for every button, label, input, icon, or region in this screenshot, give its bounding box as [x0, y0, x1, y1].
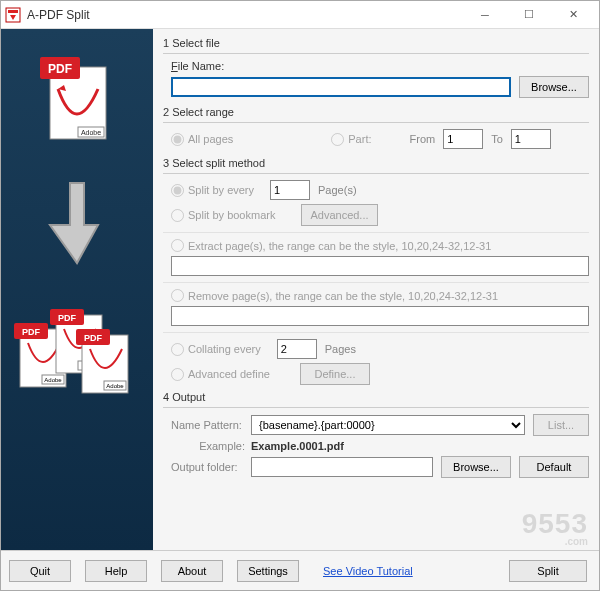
arrow-down-icon [42, 179, 112, 269]
svg-text:Adobe: Adobe [81, 129, 101, 136]
default-button[interactable]: Default [519, 456, 589, 478]
section-2-title: 2 Select range [163, 106, 589, 118]
svg-text:PDF: PDF [22, 327, 41, 337]
file-name-label: File Name: [171, 60, 224, 72]
remove-range-input[interactable] [171, 306, 589, 326]
help-button[interactable]: Help [85, 560, 147, 582]
collating-suffix-label: Pages [325, 343, 356, 355]
collating-radio[interactable]: Collating every [171, 343, 261, 356]
svg-text:Adobe: Adobe [106, 383, 124, 389]
settings-button[interactable]: Settings [237, 560, 299, 582]
pdf-multi-icon: PDFAdobe PDFAd PDFAdobe [12, 299, 142, 419]
about-button[interactable]: About [161, 560, 223, 582]
tutorial-link[interactable]: See Video Tutorial [323, 565, 413, 577]
list-button[interactable]: List... [533, 414, 589, 436]
footer-bar: Quit Help About Settings See Video Tutor… [1, 550, 599, 590]
output-folder-label: Output folder: [171, 461, 251, 473]
to-input[interactable] [511, 129, 551, 149]
from-label: From [410, 133, 436, 145]
svg-text:PDF: PDF [48, 62, 72, 76]
advanced-define-radio[interactable]: Advanced define [171, 368, 270, 381]
window-title: A-PDF Split [27, 8, 463, 22]
main-panel: 1 Select file File Name: Browse... 2 Sel… [153, 29, 599, 550]
titlebar: A-PDF Split ─ ☐ ✕ [1, 1, 599, 29]
minimize-button[interactable]: ─ [463, 1, 507, 29]
svg-rect-1 [8, 10, 18, 13]
to-label: To [491, 133, 503, 145]
extract-range-input[interactable] [171, 256, 589, 276]
part-radio[interactable]: Part: [331, 133, 371, 146]
extract-radio[interactable]: Extract page(s), the range can be the st… [171, 239, 491, 252]
section-1-title: 1 Select file [163, 37, 589, 49]
browse-output-button[interactable]: Browse... [441, 456, 511, 478]
close-button[interactable]: ✕ [551, 1, 595, 29]
bookmark-advanced-button[interactable]: Advanced... [301, 204, 377, 226]
remove-radio[interactable]: Remove page(s), the range can be the sty… [171, 289, 498, 302]
pages-suffix-label: Page(s) [318, 184, 357, 196]
svg-text:PDF: PDF [84, 333, 103, 343]
split-bookmark-radio[interactable]: Split by bookmark [171, 209, 275, 222]
split-every-input[interactable] [270, 180, 310, 200]
pdf-single-icon: PDF Adobe [32, 49, 122, 149]
sidebar-illustration: PDF Adobe PDFAdobe PDFAd PDFAdobe [1, 29, 153, 550]
collating-input[interactable] [277, 339, 317, 359]
section-3-title: 3 Select split method [163, 157, 589, 169]
output-folder-input[interactable] [251, 457, 433, 477]
define-button[interactable]: Define... [300, 363, 370, 385]
section-4-title: 4 Output [163, 391, 589, 403]
name-pattern-select[interactable]: {basename}.{part:0000} [251, 415, 525, 435]
split-every-radio[interactable]: Split by every [171, 184, 254, 197]
quit-button[interactable]: Quit [9, 560, 71, 582]
name-pattern-label: Name Pattern: [171, 419, 251, 431]
example-value: Example.0001.pdf [251, 440, 344, 452]
app-icon [5, 7, 21, 23]
file-name-input[interactable] [171, 77, 511, 97]
svg-text:Adobe: Adobe [44, 377, 62, 383]
from-input[interactable] [443, 129, 483, 149]
example-label: Example: [171, 440, 251, 452]
split-button[interactable]: Split [509, 560, 587, 582]
browse-file-button[interactable]: Browse... [519, 76, 589, 98]
svg-text:PDF: PDF [58, 313, 77, 323]
maximize-button[interactable]: ☐ [507, 1, 551, 29]
all-pages-radio[interactable]: All pages [171, 133, 233, 146]
